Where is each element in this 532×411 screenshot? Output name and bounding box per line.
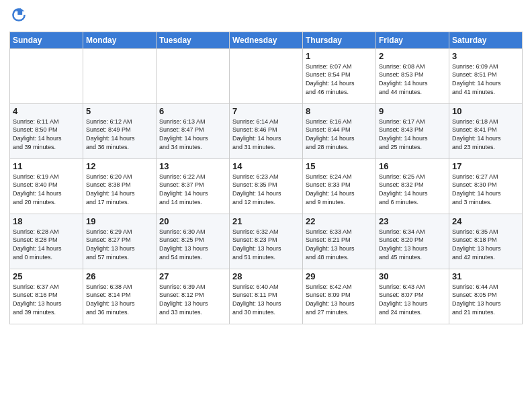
cell-content: Sunrise: 6:27 AM Sunset: 8:30 PM Dayligh… (452, 173, 519, 206)
day-number: 25 (13, 271, 80, 281)
cell-content: Sunrise: 6:22 AM Sunset: 8:37 PM Dayligh… (159, 173, 226, 206)
day-number: 17 (452, 161, 519, 171)
calendar-cell: 25Sunrise: 6:37 AM Sunset: 8:16 PM Dayli… (10, 269, 83, 324)
cell-content: Sunrise: 6:28 AM Sunset: 8:28 PM Dayligh… (13, 228, 80, 261)
calendar-cell: 2Sunrise: 6:08 AM Sunset: 8:53 PM Daylig… (376, 48, 449, 103)
day-number: 12 (86, 161, 153, 171)
cell-content: Sunrise: 6:33 AM Sunset: 8:21 PM Dayligh… (306, 228, 373, 261)
header-area (9, 7, 523, 26)
calendar-cell: 17Sunrise: 6:27 AM Sunset: 8:30 PM Dayli… (449, 158, 523, 214)
day-number: 1 (306, 51, 373, 61)
calendar-cell: 11Sunrise: 6:19 AM Sunset: 8:40 PM Dayli… (10, 158, 83, 214)
cell-content: Sunrise: 6:40 AM Sunset: 8:11 PM Dayligh… (232, 283, 300, 316)
day-number: 18 (13, 216, 80, 226)
calendar-week-row: 4Sunrise: 6:11 AM Sunset: 8:50 PM Daylig… (10, 103, 523, 158)
cell-content: Sunrise: 6:38 AM Sunset: 8:14 PM Dayligh… (86, 283, 153, 316)
calendar-cell (10, 48, 83, 103)
cell-content: Sunrise: 6:13 AM Sunset: 8:47 PM Dayligh… (159, 118, 226, 151)
cell-content: Sunrise: 6:07 AM Sunset: 8:54 PM Dayligh… (306, 62, 373, 96)
calendar-cell: 27Sunrise: 6:39 AM Sunset: 8:12 PM Dayli… (157, 269, 230, 324)
cell-content: Sunrise: 6:35 AM Sunset: 8:18 PM Dayligh… (452, 228, 519, 261)
day-number: 11 (13, 161, 80, 171)
cell-content: Sunrise: 6:34 AM Sunset: 8:20 PM Dayligh… (379, 228, 446, 261)
cell-content: Sunrise: 6:25 AM Sunset: 8:32 PM Dayligh… (379, 173, 446, 206)
cell-content: Sunrise: 6:20 AM Sunset: 8:38 PM Dayligh… (86, 173, 153, 206)
weekday-header: Saturday (449, 32, 523, 48)
cell-content: Sunrise: 6:42 AM Sunset: 8:09 PM Dayligh… (306, 283, 373, 316)
calendar-cell: 18Sunrise: 6:28 AM Sunset: 8:28 PM Dayli… (10, 214, 83, 269)
day-number: 9 (379, 106, 446, 116)
day-number: 29 (306, 271, 373, 281)
cell-content: Sunrise: 6:18 AM Sunset: 8:41 PM Dayligh… (452, 118, 519, 151)
day-number: 2 (379, 51, 446, 61)
day-number: 3 (452, 51, 519, 61)
calendar-cell: 5Sunrise: 6:12 AM Sunset: 8:49 PM Daylig… (83, 103, 157, 158)
cell-content: Sunrise: 6:11 AM Sunset: 8:50 PM Dayligh… (13, 118, 80, 151)
day-number: 23 (379, 216, 446, 226)
calendar-cell: 23Sunrise: 6:34 AM Sunset: 8:20 PM Dayli… (376, 214, 449, 269)
calendar-cell: 14Sunrise: 6:23 AM Sunset: 8:35 PM Dayli… (230, 158, 303, 214)
cell-content: Sunrise: 6:23 AM Sunset: 8:35 PM Dayligh… (232, 173, 300, 206)
calendar-cell: 15Sunrise: 6:24 AM Sunset: 8:33 PM Dayli… (303, 158, 376, 214)
day-number: 4 (13, 106, 80, 116)
calendar-cell (83, 48, 157, 103)
calendar-cell: 1Sunrise: 6:07 AM Sunset: 8:54 PM Daylig… (303, 48, 376, 103)
calendar-cell: 13Sunrise: 6:22 AM Sunset: 8:37 PM Dayli… (157, 158, 230, 214)
calendar-body: 1Sunrise: 6:07 AM Sunset: 8:54 PM Daylig… (10, 48, 523, 324)
calendar-table: SundayMondayTuesdayWednesdayThursdayFrid… (9, 32, 523, 324)
day-number: 19 (86, 216, 153, 226)
calendar-cell: 7Sunrise: 6:14 AM Sunset: 8:46 PM Daylig… (230, 103, 303, 158)
calendar-cell (157, 48, 230, 103)
calendar-week-row: 25Sunrise: 6:37 AM Sunset: 8:16 PM Dayli… (10, 269, 523, 324)
calendar-cell: 6Sunrise: 6:13 AM Sunset: 8:47 PM Daylig… (157, 103, 230, 158)
cell-content: Sunrise: 6:29 AM Sunset: 8:27 PM Dayligh… (86, 228, 153, 261)
weekday-header: Thursday (303, 32, 376, 48)
calendar-cell: 28Sunrise: 6:40 AM Sunset: 8:11 PM Dayli… (230, 269, 303, 324)
day-number: 5 (86, 106, 153, 116)
day-number: 14 (232, 161, 300, 171)
cell-content: Sunrise: 6:44 AM Sunset: 8:05 PM Dayligh… (452, 283, 519, 316)
calendar-week-row: 1Sunrise: 6:07 AM Sunset: 8:54 PM Daylig… (10, 48, 523, 103)
day-number: 27 (159, 271, 226, 281)
calendar-cell: 20Sunrise: 6:30 AM Sunset: 8:25 PM Dayli… (157, 214, 230, 269)
day-number: 8 (306, 106, 373, 116)
cell-content: Sunrise: 6:32 AM Sunset: 8:23 PM Dayligh… (232, 228, 300, 261)
calendar-header: SundayMondayTuesdayWednesdayThursdayFrid… (10, 32, 523, 48)
cell-content: Sunrise: 6:24 AM Sunset: 8:33 PM Dayligh… (306, 173, 373, 206)
day-number: 13 (159, 161, 226, 171)
cell-content: Sunrise: 6:43 AM Sunset: 8:07 PM Dayligh… (379, 283, 446, 316)
calendar-cell: 22Sunrise: 6:33 AM Sunset: 8:21 PM Dayli… (303, 214, 376, 269)
weekday-header: Monday (83, 32, 157, 48)
cell-content: Sunrise: 6:09 AM Sunset: 8:51 PM Dayligh… (452, 62, 519, 96)
cell-content: Sunrise: 6:17 AM Sunset: 8:43 PM Dayligh… (379, 118, 446, 151)
cell-content: Sunrise: 6:14 AM Sunset: 8:46 PM Dayligh… (232, 118, 300, 151)
day-number: 28 (232, 271, 300, 281)
calendar-week-row: 11Sunrise: 6:19 AM Sunset: 8:40 PM Dayli… (10, 158, 523, 214)
logo (9, 7, 27, 26)
calendar-cell: 12Sunrise: 6:20 AM Sunset: 8:38 PM Dayli… (83, 158, 157, 214)
calendar-cell: 21Sunrise: 6:32 AM Sunset: 8:23 PM Dayli… (230, 214, 303, 269)
day-number: 24 (452, 216, 519, 226)
calendar-cell: 30Sunrise: 6:43 AM Sunset: 8:07 PM Dayli… (376, 269, 449, 324)
day-number: 15 (306, 161, 373, 171)
weekday-header: Tuesday (157, 32, 230, 48)
calendar-cell: 29Sunrise: 6:42 AM Sunset: 8:09 PM Dayli… (303, 269, 376, 324)
cell-content: Sunrise: 6:16 AM Sunset: 8:44 PM Dayligh… (306, 118, 373, 151)
day-number: 31 (452, 271, 519, 281)
cell-content: Sunrise: 6:19 AM Sunset: 8:40 PM Dayligh… (13, 173, 80, 206)
calendar-cell: 8Sunrise: 6:16 AM Sunset: 8:44 PM Daylig… (303, 103, 376, 158)
cell-content: Sunrise: 6:30 AM Sunset: 8:25 PM Dayligh… (159, 228, 226, 261)
calendar-cell: 3Sunrise: 6:09 AM Sunset: 8:51 PM Daylig… (449, 48, 523, 103)
calendar-cell: 4Sunrise: 6:11 AM Sunset: 8:50 PM Daylig… (10, 103, 83, 158)
cell-content: Sunrise: 6:39 AM Sunset: 8:12 PM Dayligh… (159, 283, 226, 316)
weekday-header: Friday (376, 32, 449, 48)
cell-content: Sunrise: 6:37 AM Sunset: 8:16 PM Dayligh… (13, 283, 80, 316)
cell-content: Sunrise: 6:08 AM Sunset: 8:53 PM Dayligh… (379, 62, 446, 96)
day-number: 22 (306, 216, 373, 226)
day-number: 30 (379, 271, 446, 281)
calendar-week-row: 18Sunrise: 6:28 AM Sunset: 8:28 PM Dayli… (10, 214, 523, 269)
day-number: 20 (159, 216, 226, 226)
calendar-cell: 9Sunrise: 6:17 AM Sunset: 8:43 PM Daylig… (376, 103, 449, 158)
day-number: 21 (232, 216, 300, 226)
weekday-header: Wednesday (230, 32, 303, 48)
